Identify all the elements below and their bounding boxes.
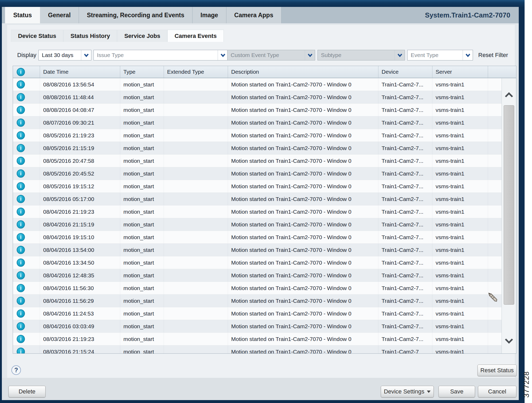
delete-button[interactable]: Delete [8, 386, 46, 397]
device-settings-button[interactable]: Device Settings [381, 386, 434, 397]
tab-streaming-recording-events[interactable]: Streaming, Recording and Events [79, 7, 193, 23]
row-info-cell: i [13, 295, 40, 307]
info-icon[interactable]: i [17, 131, 25, 139]
cell-server: vsms-train1 [432, 78, 488, 91]
cell-device: Train1-Cam2-7 [378, 345, 432, 353]
cell-device: Train1-Cam2-7... [378, 91, 432, 103]
issue-type-select[interactable]: Issue Type [93, 50, 228, 60]
table-row[interactable]: i 08/08/2016 11:48:44 motion_start Motio… [13, 91, 502, 104]
table-row[interactable]: i 08/03/2016 21:15:24 motion_start Motio… [13, 345, 502, 353]
info-icon[interactable]: i [17, 208, 25, 216]
table-row[interactable]: i 08/04/2016 11:56:29 motion_start Motio… [13, 295, 502, 307]
tab-general[interactable]: General [40, 7, 79, 23]
header-description[interactable]: Description [228, 66, 378, 78]
reset-filter-link[interactable]: Reset Filter [478, 49, 508, 61]
subtab-status-history[interactable]: Status History [63, 30, 117, 42]
display-range-select[interactable]: Last 30 days [38, 50, 91, 60]
table-row[interactable]: i 08/04/2016 13:34:50 motion_start Motio… [13, 256, 502, 269]
table-row[interactable]: i 08/03/2016 21:19:23 motion_start Motio… [13, 333, 502, 345]
chevron-down-icon [305, 50, 315, 60]
info-icon[interactable]: i [17, 271, 25, 279]
info-icon[interactable]: i [17, 119, 25, 127]
info-icon[interactable]: i [17, 309, 25, 318]
table-row[interactable]: i 08/08/2016 04:08:47 motion_start Motio… [13, 104, 502, 116]
cell-extended-type [164, 167, 228, 180]
table-row[interactable]: i 08/05/2016 21:15:19 motion_start Motio… [13, 142, 502, 155]
cell-spacer [488, 142, 502, 154]
info-icon[interactable]: i [17, 259, 25, 267]
info-icon[interactable]: i [17, 284, 25, 292]
header-type[interactable]: Type [120, 66, 164, 78]
info-icon[interactable]: i [17, 195, 25, 203]
info-icon[interactable]: i [17, 80, 25, 89]
info-icon[interactable]: i [17, 157, 25, 165]
header-date-time[interactable]: Date Time [40, 66, 120, 78]
row-info-cell: i [13, 244, 40, 256]
info-icon[interactable]: i [17, 322, 25, 330]
cell-server: vsms-train1 [432, 155, 488, 167]
scrollbar-thumb[interactable] [504, 105, 514, 305]
info-icon[interactable]: i [17, 220, 25, 229]
table-row[interactable]: i 08/08/2016 13:56:54 motion_start Motio… [13, 78, 502, 91]
header-server[interactable]: Server [432, 66, 488, 78]
cell-device: Train1-Cam2-7... [378, 167, 432, 180]
table-row[interactable]: i 08/07/2016 09:30:21 motion_start Motio… [13, 116, 502, 129]
info-icon[interactable]: i [17, 144, 25, 152]
chevron-down-icon[interactable] [218, 50, 228, 60]
info-icon[interactable]: i [17, 246, 25, 254]
subtab-service-jobs[interactable]: Service Jobs [117, 30, 167, 42]
table-row[interactable]: i 08/05/2016 19:15:12 motion_start Motio… [13, 180, 502, 193]
cell-extended-type [164, 193, 228, 205]
table-row[interactable]: i 08/04/2016 11:24:53 motion_start Motio… [13, 307, 502, 320]
chevron-down-icon[interactable] [81, 50, 91, 60]
scroll-down-icon[interactable] [502, 338, 516, 344]
cell-server: vsms-train1 [432, 193, 488, 205]
reset-status-button[interactable]: Reset Status [477, 365, 517, 376]
info-icon[interactable]: i [17, 93, 25, 101]
info-icon[interactable]: i [17, 348, 25, 353]
cell-device: Train1-Cam2-7... [378, 307, 432, 320]
event-type-select[interactable]: Event Type [407, 50, 473, 60]
cell-extended-type [164, 244, 228, 256]
cell-date-time: 08/05/2016 05:17:00 [40, 193, 120, 205]
table-row[interactable]: i 08/04/2016 12:48:35 motion_start Motio… [13, 269, 502, 282]
table-row[interactable]: i 08/05/2016 20:45:52 motion_start Motio… [13, 167, 502, 180]
header-device[interactable]: Device [378, 66, 432, 78]
cell-type: motion_start [120, 333, 164, 345]
table-row[interactable]: i 08/04/2016 19:15:10 motion_start Motio… [13, 231, 502, 244]
info-icon[interactable]: i [17, 297, 25, 305]
table-row[interactable]: i 08/05/2016 21:19:23 motion_start Motio… [13, 129, 502, 142]
help-button[interactable]: ? [11, 365, 21, 375]
table-row[interactable]: i 08/05/2016 20:47:58 motion_start Motio… [13, 155, 502, 167]
main-tab-band: Status General Streaming, Recording and … [2, 7, 519, 23]
tab-camera-apps[interactable]: Camera Apps [226, 7, 281, 23]
info-icon[interactable]: i [17, 182, 25, 190]
info-icon[interactable]: i [17, 169, 25, 178]
table-row[interactable]: i 08/04/2016 03:03:49 motion_start Motio… [13, 320, 502, 333]
cell-server: vsms-train1 [432, 91, 488, 103]
header-extended-type[interactable]: Extended Type [164, 66, 228, 78]
chevron-down-icon[interactable] [463, 50, 473, 60]
table-row[interactable]: i 08/05/2016 05:17:00 motion_start Motio… [13, 193, 502, 205]
info-icon[interactable]: i [17, 106, 25, 114]
scroll-up-icon[interactable] [502, 92, 516, 98]
cell-device: Train1-Cam2-7... [378, 218, 432, 231]
info-icon[interactable]: i [17, 233, 25, 241]
save-button[interactable]: Save [439, 386, 475, 397]
table-row[interactable]: i 08/04/2016 13:54:00 motion_start Motio… [13, 244, 502, 256]
cell-server: vsms-train1 [432, 231, 488, 243]
event-type-placeholder: Event Type [408, 52, 463, 58]
chevron-down-icon [395, 50, 405, 60]
subtab-camera-events[interactable]: Camera Events [167, 30, 224, 42]
tab-image[interactable]: Image [193, 7, 226, 23]
table-row[interactable]: i 08/04/2016 11:56:30 motion_start Motio… [13, 282, 502, 295]
row-info-cell: i [13, 142, 40, 154]
tab-status[interactable]: Status [5, 7, 40, 23]
cell-extended-type [164, 218, 228, 231]
subtab-device-status[interactable]: Device Status [11, 30, 63, 42]
table-row[interactable]: i 08/04/2016 21:15:19 motion_start Motio… [13, 218, 502, 231]
vertical-scrollbar[interactable] [502, 78, 516, 353]
info-icon[interactable]: i [17, 335, 25, 343]
table-row[interactable]: i 08/04/2016 21:19:23 motion_start Motio… [13, 205, 502, 218]
cell-description: Motion started on Train1-Cam2-7070 - Win… [228, 320, 378, 332]
